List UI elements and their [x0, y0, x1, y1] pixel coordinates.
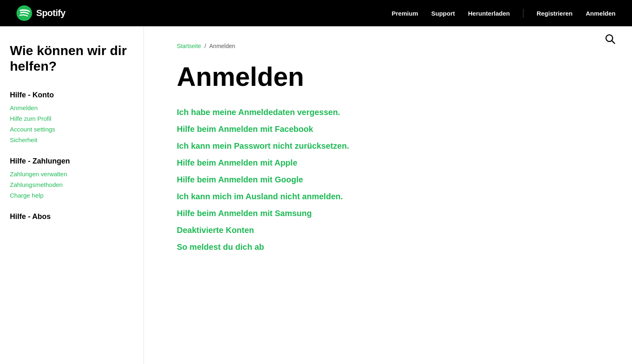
content-link-5[interactable]: Ich kann mich im Ausland nicht anmelden.: [177, 192, 343, 201]
list-item: Zahlungsmethoden: [10, 181, 134, 189]
list-item: Hilfe beim Anmelden mit Facebook: [177, 124, 481, 134]
sidebar-link-charge-help[interactable]: Charge help: [10, 192, 44, 199]
main-nav: Premium Support Herunterladen Registrier…: [392, 9, 616, 18]
sidebar-section-zahlungen: Hilfe - Zahlungen Zahlungen verwalten Za…: [10, 157, 134, 199]
nav-support[interactable]: Support: [431, 10, 455, 17]
nav-anmelden[interactable]: Anmelden: [586, 10, 616, 17]
sidebar-section-title-konto: Hilfe - Konto: [10, 91, 134, 99]
content-link-7[interactable]: Deaktivierte Konten: [177, 226, 254, 235]
list-item: Deaktivierte Konten: [177, 226, 481, 235]
breadcrumb-home[interactable]: Startseite: [177, 43, 201, 49]
content-links: Ich habe meine Anmeldedaten vergessen. H…: [177, 108, 481, 252]
list-item: Anmelden: [10, 104, 134, 112]
sidebar-section-konto: Hilfe - Konto Anmelden Hilfe zum Profil …: [10, 91, 134, 144]
list-item: Hilfe zum Profil: [10, 115, 134, 122]
breadcrumb-separator: /: [204, 43, 206, 49]
list-item: Ich kann mein Passwort nicht zurücksetze…: [177, 141, 481, 151]
list-item: So meldest du dich ab: [177, 242, 481, 252]
sidebar-section-title-abos: Hilfe - Abos: [10, 212, 134, 221]
list-item: Charge help: [10, 192, 134, 199]
main-wrapper: Wie können wir dir helfen? Hilfe - Konto…: [0, 26, 632, 364]
svg-point-0: [16, 5, 32, 21]
list-item: Ich kann mich im Ausland nicht anmelden.: [177, 192, 481, 201]
page-title: Anmelden: [177, 62, 481, 91]
content-link-4[interactable]: Hilfe beim Anmelden mit Google: [177, 175, 303, 184]
nav-herunterladen[interactable]: Herunterladen: [468, 10, 510, 17]
content-link-6[interactable]: Hilfe beim Anmelden mit Samsung: [177, 209, 312, 218]
content-link-3[interactable]: Hilfe beim Anmelden mit Apple: [177, 158, 297, 167]
breadcrumb: Startseite / Anmelden: [177, 43, 481, 49]
content-link-1[interactable]: Hilfe beim Anmelden mit Facebook: [177, 124, 313, 134]
content-link-8[interactable]: So meldest du dich ab: [177, 242, 264, 251]
sidebar-links-zahlungen: Zahlungen verwalten Zahlungsmethoden Cha…: [10, 170, 134, 199]
sidebar-link-sicherheit[interactable]: Sicherheit: [10, 136, 37, 143]
content-link-0[interactable]: Ich habe meine Anmeldedaten vergessen.: [177, 108, 340, 117]
sidebar-link-zahlungen-verwalten[interactable]: Zahlungen verwalten: [10, 170, 67, 177]
list-item: Hilfe beim Anmelden mit Samsung: [177, 209, 481, 218]
nav-premium[interactable]: Premium: [392, 10, 418, 17]
sidebar-section-abos: Hilfe - Abos: [10, 212, 134, 221]
spotify-logo-icon: [16, 5, 32, 21]
sidebar-link-profil[interactable]: Hilfe zum Profil: [10, 115, 51, 122]
sidebar-link-account-settings[interactable]: Account settings: [10, 126, 55, 133]
nav-registrieren[interactable]: Registrieren: [537, 10, 573, 17]
sidebar-section-title-zahlungen: Hilfe - Zahlungen: [10, 157, 134, 166]
list-item: Zahlungen verwalten: [10, 170, 134, 178]
sidebar-heading: Wie können wir dir helfen?: [10, 43, 134, 74]
main-content: Startseite / Anmelden Anmelden Ich habe …: [144, 26, 514, 364]
list-item: Hilfe beim Anmelden mit Google: [177, 175, 481, 184]
list-item: Hilfe beim Anmelden mit Apple: [177, 158, 481, 168]
sidebar: Wie können wir dir helfen? Hilfe - Konto…: [0, 26, 144, 364]
sidebar-link-anmelden[interactable]: Anmelden: [10, 104, 38, 111]
sidebar-links-konto: Anmelden Hilfe zum Profil Account settin…: [10, 104, 134, 144]
sidebar-link-zahlungsmethoden[interactable]: Zahlungsmethoden: [10, 181, 63, 188]
list-item: Ich habe meine Anmeldedaten vergessen.: [177, 108, 481, 117]
nav-divider: [523, 9, 523, 18]
spotify-wordmark: Spotify: [36, 8, 65, 18]
list-item: Sicherheit: [10, 136, 134, 144]
spotify-logo[interactable]: Spotify: [16, 5, 65, 21]
breadcrumb-current: Anmelden: [209, 43, 235, 49]
list-item: Account settings: [10, 126, 134, 133]
header: Spotify Premium Support Herunterladen Re…: [0, 0, 632, 26]
content-link-2[interactable]: Ich kann mein Passwort nicht zurücksetze…: [177, 141, 349, 150]
